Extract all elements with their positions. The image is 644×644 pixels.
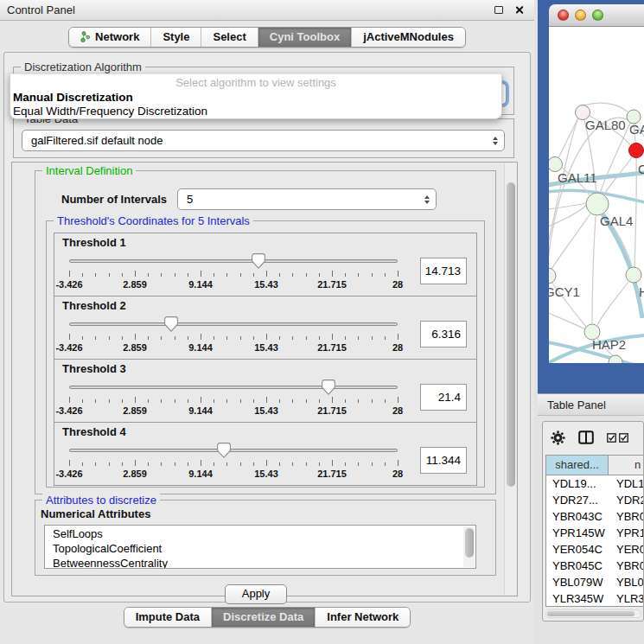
tab-cyni-toolbox[interactable]: Cyni Toolbox — [258, 28, 351, 47]
slider-thumb[interactable] — [164, 316, 178, 332]
table-cell[interactable]: YDR2 — [609, 492, 643, 508]
tick-mark — [69, 397, 70, 403]
threshold-value-input[interactable]: 6.316 — [420, 321, 467, 348]
attribute-item-betweennesscentrality[interactable]: BetweennessCentrality — [45, 556, 463, 569]
column-header-shared-name[interactable]: shared... — [546, 456, 609, 475]
table-cell[interactable]: YPR1 — [609, 525, 643, 541]
tab-select[interactable]: Select — [201, 28, 257, 47]
tab-impute-data[interactable]: Impute Data — [124, 608, 211, 627]
network-node[interactable] — [549, 157, 563, 172]
threshold-value-input[interactable]: 21.4 — [420, 384, 467, 411]
gear-icon[interactable] — [551, 430, 565, 445]
minimize-button[interactable] — [575, 10, 586, 21]
float-panel-icon[interactable] — [494, 6, 503, 14]
slider-thumb[interactable] — [252, 253, 265, 269]
table-cell[interactable]: YLR345W — [546, 590, 609, 607]
algorithm-option-equal-width-frequency-discretization[interactable]: Equal Width/Frequency Discretization — [10, 105, 501, 118]
close-button[interactable] — [558, 10, 569, 21]
table-data-select[interactable]: galFiltered.sif default node — [22, 130, 505, 151]
network-edge[interactable] — [549, 313, 585, 329]
table-cell[interactable]: YPR145W — [546, 525, 609, 541]
network-edge[interactable] — [551, 214, 590, 271]
network-edge[interactable] — [592, 216, 596, 323]
algorithm-option-manual-discretization[interactable]: Manual Discretization — [10, 91, 501, 105]
tab-jactivemnodules[interactable]: jActiveMNodules — [351, 28, 465, 47]
table-row[interactable]: YLR345WYLR3 — [546, 590, 643, 607]
tab-infer-network[interactable]: Infer Network — [315, 608, 410, 627]
horizontal-scrollbar-thumb[interactable] — [547, 611, 634, 616]
network-edge[interactable] — [603, 214, 642, 318]
split-columns-icon[interactable] — [578, 430, 594, 444]
table-cell[interactable]: YBL0 — [609, 574, 643, 590]
table-cell[interactable]: YDR27... — [546, 492, 609, 508]
network-edge[interactable] — [597, 282, 628, 325]
slider-track[interactable] — [69, 449, 398, 452]
attributes-scrollbar-thumb[interactable] — [465, 528, 474, 558]
slider-track[interactable] — [69, 259, 398, 263]
network-node[interactable] — [586, 193, 609, 215]
table-cell[interactable]: YDL1 — [609, 475, 643, 492]
table-cell[interactable]: YER054C — [546, 541, 609, 558]
tab-style[interactable]: Style — [150, 28, 201, 47]
checkbox-icon[interactable] — [607, 433, 616, 443]
table-row[interactable]: YBL079WYBL0 — [546, 574, 643, 590]
table-row[interactable]: YBR045CYBR0 — [546, 558, 643, 574]
network-node[interactable] — [626, 267, 641, 283]
checkbox-icon[interactable] — [619, 433, 628, 443]
network-canvas[interactable]: GAL80GACGAL11GAL4GCY1HHAP2 — [549, 27, 644, 363]
tick-mark — [95, 462, 96, 466]
tick-mark — [175, 462, 175, 466]
vertical-scrollbar-thumb[interactable] — [507, 182, 515, 487]
apply-button[interactable]: Apply — [225, 584, 288, 604]
attribute-item-topologicalcoefficient[interactable]: TopologicalCoefficient — [45, 541, 463, 556]
tick-label: -3.426 — [55, 405, 82, 416]
threshold-value-input[interactable]: 14.713 — [420, 258, 467, 284]
table-cell[interactable]: YDL19... — [546, 475, 609, 492]
tab-discretize-data[interactable]: Discretize Data — [211, 608, 315, 627]
horizontal-scrollbar[interactable] — [545, 609, 641, 618]
network-edge[interactable] — [549, 203, 586, 209]
table-header-row: shared... n — [546, 456, 643, 475]
table-row[interactable]: YDL19...YDL1 — [546, 475, 643, 492]
threshold-slider-1[interactable]: -3.4262.8599.14415.4321.71528 — [62, 251, 411, 296]
tab-label: Infer Network — [327, 610, 399, 623]
column-header-name[interactable]: n — [609, 456, 643, 475]
tab-network[interactable]: Network — [69, 28, 150, 47]
tick-label: 21.715 — [317, 279, 347, 290]
table-row[interactable]: YBR043CYBR0 — [546, 508, 643, 525]
table-row[interactable]: YDR27...YDR2 — [546, 492, 643, 508]
close-panel-icon[interactable] — [514, 5, 524, 15]
attributes-scrollbar[interactable] — [463, 526, 475, 567]
vertical-scrollbar[interactable] — [504, 163, 516, 595]
table-cell[interactable]: YER0 — [609, 541, 643, 558]
threshold-panel-2: Threshold 2-3.4262.8599.14415.4321.71528… — [54, 296, 477, 360]
table-cell[interactable]: YBR043C — [546, 508, 609, 525]
threshold-slider-2[interactable]: -3.4262.8599.14415.4321.71528 — [62, 314, 411, 359]
number-of-intervals-select[interactable]: 5 — [177, 188, 437, 210]
network-edge[interactable] — [600, 123, 630, 194]
settings-scrollpane: Interval Definition Number of Intervals … — [11, 162, 518, 596]
zoom-button[interactable] — [592, 10, 603, 21]
table-row[interactable]: YER054CYER0 — [546, 541, 643, 558]
table-cell[interactable]: YLR3 — [609, 590, 643, 607]
slider-thumb[interactable] — [217, 443, 231, 458]
network-node[interactable] — [549, 268, 556, 284]
slider-thumb[interactable] — [322, 379, 335, 395]
slider-track[interactable] — [69, 322, 398, 326]
table-cell[interactable]: YBR0 — [609, 558, 643, 574]
network-node[interactable] — [629, 143, 644, 158]
attribute-item-selfloops[interactable]: SelfLoops — [45, 526, 463, 541]
table-cell[interactable]: YBR0 — [609, 508, 643, 525]
attributes-group: Attributes to discretize Numerical Attri… — [35, 500, 496, 576]
table-cell[interactable]: YBL079W — [546, 574, 609, 590]
tick-mark — [358, 336, 359, 340]
threshold-slider-3[interactable]: -3.4262.8599.14415.4321.71528 — [62, 377, 411, 422]
network-window-titlebar[interactable] — [549, 4, 644, 27]
threshold-slider-4[interactable]: -3.4262.8599.14415.4321.71528 — [62, 440, 411, 485]
slider-track[interactable] — [69, 386, 398, 389]
table-row[interactable]: YPR145WYPR1 — [546, 525, 643, 541]
tick-mark — [240, 336, 241, 340]
tick-mark — [292, 273, 293, 277]
threshold-value-input[interactable]: 11.344 — [420, 447, 467, 474]
table-cell[interactable]: YBR045C — [546, 558, 609, 574]
